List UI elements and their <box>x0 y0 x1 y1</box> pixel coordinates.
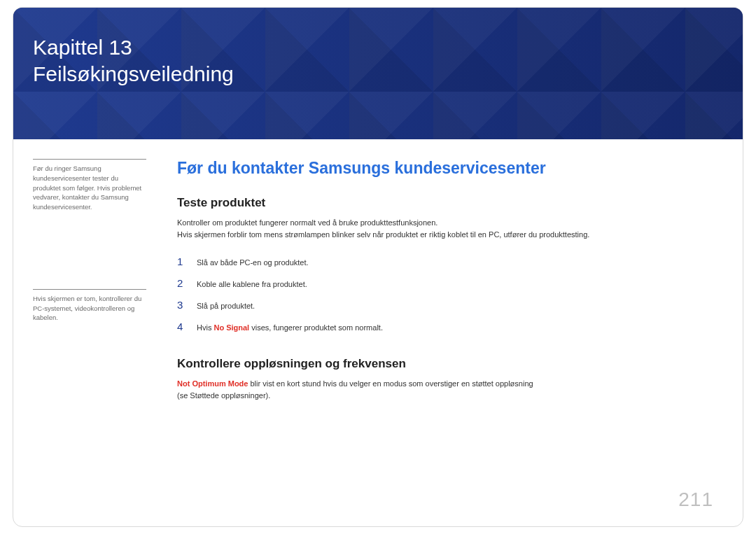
step-item: 4 Hvis No Signal vises, fungerer produkt… <box>177 316 722 337</box>
subsection-heading-resolution: Kontrollere oppløsningen og frekvensen <box>177 357 722 371</box>
step-item: 2 Koble alle kablene fra produktet. <box>177 272 722 294</box>
content-area: Før du ringer Samsung kundeservicesenter… <box>13 139 743 412</box>
step-text: Hvis No Signal vises, fungerer produktet… <box>197 323 383 332</box>
sidebar: Før du ringer Samsung kundeservicesenter… <box>33 159 159 412</box>
resolution-text-line2: (se Støttede oppløsninger). <box>177 391 270 400</box>
test-product-paragraph: Kontroller om produktet fungerer normalt… <box>177 217 722 241</box>
side-note-1: Før du ringer Samsung kundeservicesenter… <box>33 159 146 212</box>
step4-suffix: vises, fungerer produktet som normalt. <box>249 323 383 332</box>
subsection-heading-test: Teste produktet <box>177 196 722 210</box>
step-number: 2 <box>177 277 187 289</box>
steps-list: 1 Slå av både PC-en og produktet. 2 Kobl… <box>177 251 722 337</box>
step-text: Slå av både PC-en og produktet. <box>197 258 309 267</box>
step-number: 4 <box>177 321 187 332</box>
chapter-number: Kapittel 13 <box>33 36 132 59</box>
step-item: 3 Slå på produktet. <box>177 294 722 316</box>
section-heading: Før du kontakter Samsungs kundeservicese… <box>177 159 722 178</box>
step-text: Koble alle kablene fra produktet. <box>197 280 307 288</box>
main-column: Før du kontakter Samsungs kundeservicese… <box>159 159 722 412</box>
chapter-title: Kapittel 13 Feilsøkingsveiledning <box>33 34 743 87</box>
step-text: Slå på produktet. <box>197 302 255 310</box>
not-optimum-mode-label: Not Optimum Mode <box>177 379 248 388</box>
step-number: 1 <box>177 255 187 267</box>
chapter-banner: Kapittel 13 Feilsøkingsveiledning <box>13 8 743 139</box>
document-page: Kapittel 13 Feilsøkingsveiledning Før du… <box>13 7 743 527</box>
step4-prefix: Hvis <box>197 323 214 332</box>
no-signal-label: No Signal <box>214 323 249 332</box>
resolution-paragraph: Not Optimum Mode blir vist en kort stund… <box>177 378 722 402</box>
side-note-2: Hvis skjermen er tom, kontrollerer du PC… <box>33 289 146 323</box>
resolution-text-rest: blir vist en kort stund hvis du velger e… <box>248 379 533 388</box>
step-item: 1 Slå av både PC-en og produktet. <box>177 251 722 272</box>
page-number: 211 <box>678 489 713 511</box>
step-number: 3 <box>177 299 187 311</box>
chapter-name: Feilsøkingsveiledning <box>33 62 234 85</box>
